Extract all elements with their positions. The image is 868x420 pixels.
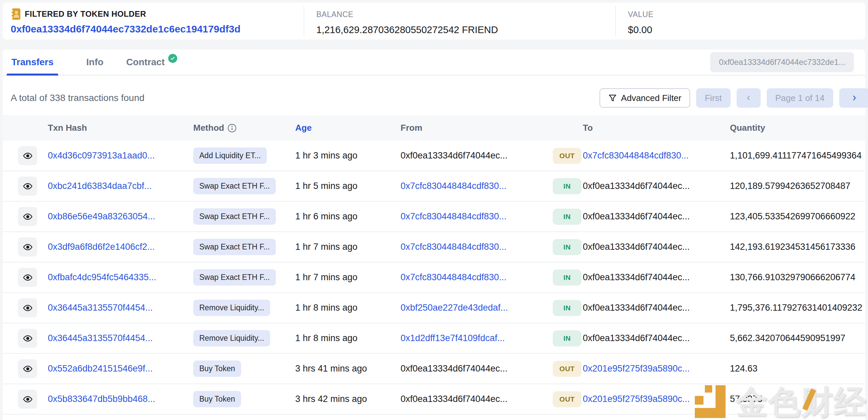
row-eye-cell <box>13 390 48 409</box>
method-cell: Add Liquidity ET... <box>193 147 295 164</box>
row-eye-cell <box>13 177 48 196</box>
eye-preview-button[interactable] <box>18 329 37 348</box>
method-cell: Buy Token <box>193 360 295 377</box>
method-badge: Remove Liquidity... <box>193 330 270 347</box>
quantity-cell: 57.9375 <box>730 394 865 404</box>
txn-hash-link[interactable]: 0x5b833647db5b9bb468... <box>48 394 193 404</box>
direction-badge: IN <box>553 330 582 347</box>
direction-badge: IN <box>553 209 582 225</box>
to-address: 0xf0ea13334d6f74044ec... <box>583 303 730 313</box>
eye-preview-button[interactable] <box>18 268 37 287</box>
to-address: 0xf0ea13334d6f74044ec... <box>583 272 730 282</box>
method-badge: Swap Exact ETH F... <box>193 178 276 194</box>
quantity-cell: 124.63 <box>730 363 865 374</box>
eye-preview-button[interactable] <box>18 359 37 378</box>
direction-badge: IN <box>553 270 582 286</box>
age-cell: 1 hr 8 mins ago <box>295 303 401 313</box>
quantity-cell: 120,189.57994263652708487 <box>730 181 865 191</box>
direction-badge: IN <box>553 178 582 194</box>
tab-contract[interactable]: Contract <box>121 50 182 75</box>
total-transactions-text: A total of 338 transactions found <box>11 93 145 103</box>
from-address[interactable]: 0x7cfc830448484cdf830... <box>401 181 553 191</box>
to-address[interactable]: 0x201e95f275f39a5890c... <box>583 394 730 404</box>
eye-preview-button[interactable] <box>18 146 37 165</box>
direction-badge: OUT <box>553 148 582 164</box>
token-holder-address-link[interactable]: 0xf0ea13334d6f74044ec7332de1c6ec194179df… <box>11 23 240 35</box>
pagination-prev-button[interactable] <box>737 88 761 108</box>
col-method-label: Method <box>193 123 224 133</box>
eye-preview-button[interactable] <box>18 177 37 196</box>
row-eye-cell <box>13 298 48 317</box>
eye-preview-button[interactable] <box>18 298 37 317</box>
value-amount: $0.00 <box>628 24 865 35</box>
direction-cell: IN <box>553 209 583 225</box>
pagination-first-button[interactable]: First <box>696 88 731 108</box>
pagination-page-indicator[interactable]: Page 1 of 14 <box>767 88 833 108</box>
tab-transfers[interactable]: Transfers <box>7 50 58 75</box>
table-row: 0x5b833647db5b9bb468... Buy Token 3 hrs … <box>3 384 865 415</box>
row-eye-cell <box>13 207 48 226</box>
to-address[interactable]: 0x7cfc830448484cdf830... <box>583 150 730 161</box>
quantity-cell: 123,405.533542699706660922 <box>730 211 865 222</box>
from-address[interactable]: 0xbf250ae227de43dedaf... <box>401 303 553 313</box>
eye-icon <box>23 394 33 404</box>
from-address: 0xf0ea13334d6f74044ec... <box>401 150 553 161</box>
value-label: VALUE <box>628 10 865 19</box>
txn-hash-link[interactable]: 0xfbafc4dc954fc5464335... <box>48 272 193 282</box>
col-method: Method <box>193 123 295 133</box>
tab-info[interactable]: Info <box>82 50 108 75</box>
method-info-icon[interactable] <box>227 123 237 133</box>
txn-hash-link[interactable]: 0x552a6db24151546e9f... <box>48 363 193 374</box>
pagination-next-button[interactable] <box>839 88 868 108</box>
quantity-cell: 142,193.619234531456173336 <box>730 242 865 252</box>
from-address[interactable]: 0x7cfc830448484cdf830... <box>401 242 553 252</box>
eye-icon <box>23 181 33 191</box>
txn-hash-link[interactable]: 0x3df9a6f8d6f2e1406cf2... <box>48 242 193 252</box>
method-cell: Buy Token <box>193 391 295 407</box>
table-toolbar: A total of 338 transactions found Advanc… <box>3 76 865 109</box>
txn-hash-link[interactable]: 0xbc241d63834daa7cbf... <box>48 181 193 191</box>
from-address[interactable]: 0x1d2dff13e7f4109fdcaf... <box>401 333 553 343</box>
direction-cell: IN <box>553 239 583 255</box>
balance-section: BALANCE 1,216,629.287036280550272542 FRI… <box>304 3 615 39</box>
eye-icon <box>23 303 33 313</box>
eye-preview-button[interactable] <box>18 390 37 409</box>
method-cell: Swap Exact ETH F... <box>193 178 295 194</box>
method-cell: Swap Exact ETH F... <box>193 208 295 225</box>
quantity-cell: 130,766.910329790666206774 <box>730 272 865 282</box>
row-eye-cell <box>13 237 48 257</box>
advanced-filter-button[interactable]: Advanced Filter <box>599 88 690 108</box>
to-address[interactable]: 0x201e95f275f39a5890c... <box>583 363 730 374</box>
direction-cell: OUT <box>553 148 583 164</box>
direction-cell: IN <box>553 300 583 316</box>
table-header-row: Txn Hash Method Age From To Quantity <box>3 115 865 141</box>
eye-preview-button[interactable] <box>18 237 37 257</box>
filter-funnel-icon <box>608 94 617 102</box>
col-age-sort[interactable]: Age <box>295 123 401 133</box>
txn-hash-link[interactable]: 0xb86e56e49a83263054... <box>48 211 193 222</box>
from-address[interactable]: 0x7cfc830448484cdf830... <box>401 211 553 222</box>
table-body: 0x4d36c0973913a1aad0... Add Liquidity ET… <box>3 141 865 415</box>
address-filter-chip[interactable]: 0xf0ea13334d6f74044ec7332de1... <box>710 52 854 72</box>
quantity-cell: 5,662.342070644590951997 <box>730 333 865 343</box>
filter-label: FILTERED BY TOKEN HOLDER <box>25 9 146 19</box>
row-eye-cell <box>13 329 48 348</box>
chevron-right-icon <box>851 95 858 101</box>
chevron-left-icon <box>745 95 752 101</box>
eye-icon <box>23 212 33 222</box>
eye-preview-button[interactable] <box>18 207 37 226</box>
quantity-cell: 1,101,699.411177471645499364 <box>730 150 865 161</box>
direction-cell: IN <box>553 178 583 194</box>
from-address[interactable]: 0x7cfc830448484cdf830... <box>401 272 553 282</box>
table-row: 0xb86e56e49a83263054... Swap Exact ETH F… <box>3 202 865 232</box>
transfers-table: Txn Hash Method Age From To Quantity <box>3 115 865 415</box>
txn-hash-link[interactable]: 0x36445a3135570f4454... <box>48 303 193 313</box>
table-row: 0x36445a3135570f4454... Remove Liquidity… <box>3 323 865 354</box>
token-holder-summary-card: FILTERED BY TOKEN HOLDER 0xf0ea13334d6f7… <box>3 3 865 39</box>
filter-section: FILTERED BY TOKEN HOLDER 0xf0ea13334d6f7… <box>3 3 304 39</box>
from-address: 0xf0ea13334d6f74044ec... <box>401 363 553 374</box>
txn-hash-link[interactable]: 0x36445a3135570f4454... <box>48 333 193 343</box>
tab-bar: Transfers Info Contract 0xf0ea13334d6f74… <box>3 50 865 76</box>
to-address: 0xf0ea13334d6f74044ec... <box>583 333 730 343</box>
txn-hash-link[interactable]: 0x4d36c0973913a1aad0... <box>48 150 193 161</box>
